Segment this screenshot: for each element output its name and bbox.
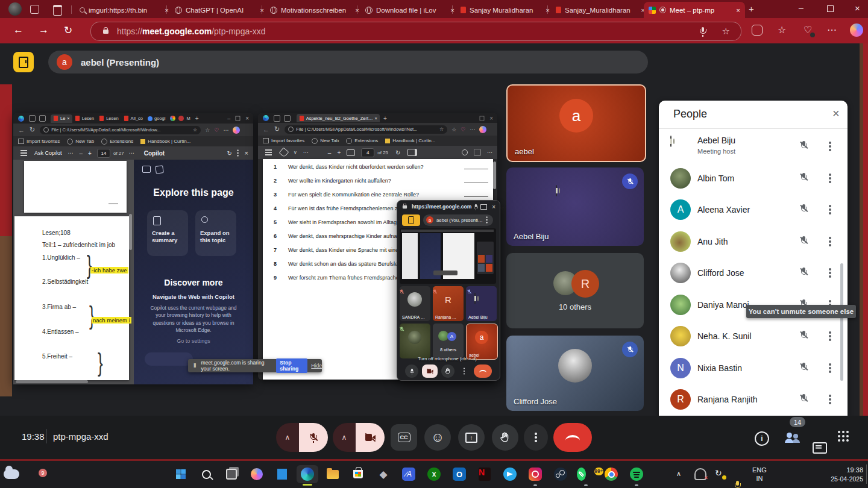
inner-minimize[interactable]: [227, 116, 230, 122]
forward-button[interactable]: [39, 24, 49, 36]
doc-scrollbar[interactable]: [129, 214, 132, 250]
participant-more-icon[interactable]: [829, 177, 831, 180]
mic-muted-icon[interactable]: [800, 394, 807, 403]
pip-camera-button[interactable]: [422, 364, 438, 378]
people-panel-scrollbar[interactable]: [840, 263, 843, 381]
inner-tab[interactable]: googl: [145, 114, 168, 123]
tab-sanjay-pdf[interactable]: Sanjay Muralidharan: [456, 2, 555, 18]
clock-tray[interactable]: 19:38 25-04-2025: [831, 466, 863, 483]
fav-import[interactable]: Import favorites: [271, 138, 304, 143]
inner-more-icon[interactable]: [470, 127, 475, 133]
inner-copilot-icon[interactable]: [479, 126, 486, 133]
inner-maximize[interactable]: [236, 116, 241, 121]
copilot-settings-link[interactable]: Go to settings: [134, 338, 253, 344]
pdf-search-icon[interactable]: [462, 149, 468, 155]
pip-tile-albin[interactable]: [400, 324, 430, 358]
pip-more-icon[interactable]: [486, 219, 488, 221]
participant-more-icon[interactable]: [829, 145, 831, 148]
taskbar-copilot-button[interactable]: [248, 465, 266, 483]
inner-reload[interactable]: [274, 125, 280, 133]
start-button[interactable]: [172, 465, 190, 483]
stop-sharing-button[interactable]: Stop sharing: [276, 358, 307, 373]
hide-share-bar-button[interactable]: Hide: [311, 363, 322, 369]
captions-button[interactable]: CC: [391, 424, 417, 451]
address-bar[interactable]: https://meet.google.com/ptp-mpga-xxd: [90, 22, 741, 41]
participant-more-icon[interactable]: [829, 240, 831, 243]
inner-more-icon[interactable]: [223, 127, 228, 133]
pip-tile-aebel-biju[interactable]: Aebel Biju: [466, 286, 497, 321]
favorites-bar-icon[interactable]: [778, 24, 786, 36]
meeting-details-button[interactable]: i: [755, 431, 769, 446]
participant-more-icon[interactable]: [829, 367, 831, 369]
pip-self-pill[interactable]: a aebel (You, presenting): [423, 214, 493, 226]
pip-mic-icon[interactable]: [474, 204, 478, 210]
mic-options-chevron[interactable]: [276, 423, 299, 452]
spotify-button[interactable]: [627, 465, 646, 483]
pdf-more-icon-2[interactable]: [129, 150, 134, 156]
inner-favorites-icon[interactable]: [205, 127, 210, 133]
inner-tab[interactable]: Le: [51, 114, 72, 123]
pip-mic-button[interactable]: [405, 364, 418, 378]
telegram-button[interactable]: [501, 465, 519, 483]
tab-sanjay-pdf-2[interactable]: Sanjay_Muralidharan: [551, 2, 650, 18]
page-layout-icon[interactable]: [407, 149, 417, 156]
xbox-button[interactable]: x: [425, 465, 443, 483]
pdf-more-icon-2[interactable]: [487, 149, 492, 155]
video-tile-others[interactable]: R 10 others: [506, 253, 644, 328]
draw-tool-icon[interactable]: [279, 148, 289, 158]
fav-handbook[interactable]: Handbook | Curtin...: [148, 139, 190, 144]
zoom-out-button[interactable]: [328, 149, 332, 156]
copilot-sidebar-icon[interactable]: [142, 166, 151, 173]
window-minimize-button[interactable]: [799, 3, 804, 13]
tab-meet-active[interactable]: Meet – ptp-mp: [644, 2, 745, 18]
inner-bookmark-icon[interactable]: [193, 127, 197, 133]
inner-new-tab[interactable]: [195, 115, 199, 122]
people-button[interactable]: [785, 433, 800, 443]
extensions-icon[interactable]: [752, 25, 763, 36]
language-indicator[interactable]: ENG IN: [752, 466, 767, 483]
tab-chatgpt[interactable]: ChatGPT | OpenAI: [170, 2, 269, 18]
back-button[interactable]: [13, 24, 24, 36]
inner-favorites-icon[interactable]: [451, 127, 456, 133]
search-button[interactable]: [197, 465, 215, 483]
more-options-button[interactable]: [524, 424, 548, 451]
reload-button[interactable]: [64, 24, 72, 37]
people-panel-close-icon[interactable]: [832, 107, 840, 120]
tab-imgurl[interactable]: imgurl:https://th.bin: [75, 2, 174, 18]
fav-extensions[interactable]: Extensions: [110, 139, 133, 144]
copilot-refresh-icon[interactable]: [227, 150, 232, 157]
inner-back[interactable]: [18, 127, 25, 134]
edge-button-active[interactable]: [297, 465, 318, 483]
pip-tile-self[interactable]: a aebel: [466, 324, 498, 360]
inner-maximize[interactable]: [480, 116, 485, 120]
pdf-more-icon[interactable]: [303, 149, 309, 155]
pip-tile-ranjana[interactable]: R Ranjana …: [433, 286, 464, 321]
chat-button[interactable]: [813, 442, 827, 454]
ask-copilot-button[interactable]: Ask Copilot: [34, 150, 62, 156]
tray-overflow-chevron[interactable]: [676, 470, 681, 478]
tab-download-file[interactable]: Download file | iLov: [360, 2, 459, 18]
file-explorer-button[interactable]: [324, 465, 342, 483]
participant-more-icon[interactable]: [829, 272, 831, 274]
mic-muted-icon[interactable]: [800, 173, 807, 182]
widgets-weather-button[interactable]: 9: [4, 464, 37, 484]
workspaces-icon[interactable]: [30, 5, 39, 14]
doc-hscrollbar[interactable]: [16, 380, 88, 383]
fav-import[interactable]: Import favorites: [27, 139, 60, 144]
inner-tab[interactable]: All_co: [121, 114, 145, 123]
video-tile-aebel-biju[interactable]: Aebel Biju: [506, 167, 644, 246]
movies-app-button[interactable]: ∕A: [400, 465, 418, 483]
fav-extensions[interactable]: Extensions: [354, 138, 378, 143]
copilot-close-icon[interactable]: [245, 149, 248, 157]
pdf-menu-icon[interactable]: [265, 152, 272, 153]
pdf-menu-icon[interactable]: [20, 152, 27, 154]
vscode-button[interactable]: [273, 465, 291, 483]
zoom-in-button[interactable]: [337, 149, 341, 156]
end-call-button[interactable]: [553, 423, 592, 452]
mic-muted-icon[interactable]: [800, 331, 807, 340]
fav-handbook[interactable]: Handbook | Curtin...: [392, 138, 435, 143]
inner-tab[interactable]: M: [184, 114, 192, 123]
inner-reload[interactable]: [30, 126, 35, 134]
pip-more-button[interactable]: [458, 364, 470, 378]
steam-button[interactable]: [552, 465, 570, 483]
